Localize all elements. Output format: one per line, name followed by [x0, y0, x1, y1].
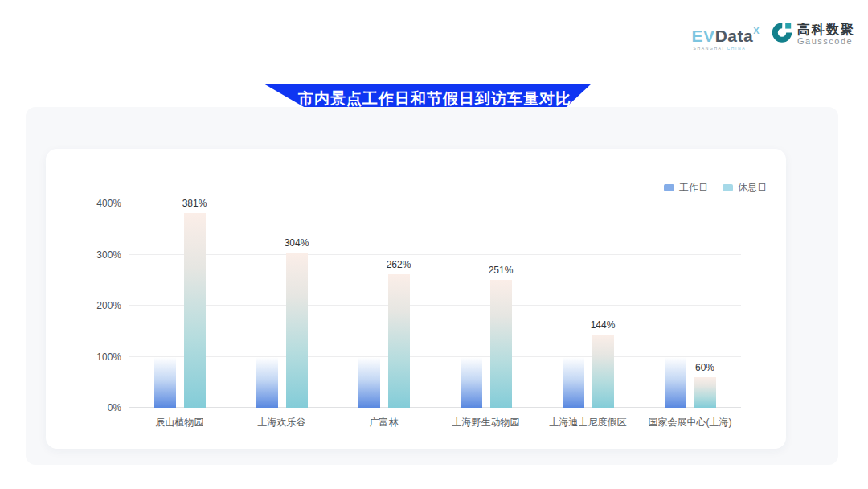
y-tick-label: 300%	[96, 249, 121, 261]
plot-area: 381%辰山植物园304%上海欢乐谷262%广富林251%上海野生动物园144%…	[129, 203, 741, 408]
gausscode-cn: 高科数聚	[797, 23, 855, 36]
gausscode-wordmark: 高科数聚 Gausscode	[797, 23, 855, 46]
category-group: 262%广富林	[333, 203, 435, 408]
bar-value-label: 251%	[489, 265, 514, 276]
gausscode-en: Gausscode	[797, 36, 855, 46]
bar-workday	[665, 357, 686, 409]
bar-value-label: 304%	[285, 237, 309, 249]
y-tick-label: 400%	[96, 198, 121, 209]
bar-restday	[694, 377, 716, 408]
gausscode-logo: 高科数聚 Gausscode	[771, 21, 855, 47]
bar-workday	[358, 357, 380, 409]
bar-value-label: 60%	[695, 362, 714, 373]
category-label: 上海欢乐谷	[231, 416, 333, 429]
bar-restday	[184, 213, 206, 408]
evdata-ev: EV	[692, 27, 715, 45]
chart-legend: 工作日休息日	[664, 181, 767, 195]
category-group: 144%上海迪士尼度假区	[537, 203, 639, 408]
y-tick-label: 100%	[96, 351, 121, 363]
header-logos: EVDataX SHANGHAI CHINA 高科数聚 Gausscode	[692, 21, 855, 51]
bar-value-label: 144%	[591, 319, 616, 331]
evdata-data: Data	[715, 27, 754, 45]
category-label: 上海迪士尼度假区	[537, 416, 639, 429]
category-label: 上海野生动物园	[435, 416, 537, 429]
content-panel: 工作日休息日 0%100%200%300%400% 381%辰山植物园304%上…	[26, 107, 838, 465]
gausscode-g-icon	[771, 21, 793, 47]
legend-label: 工作日	[679, 181, 708, 195]
bar-workday	[461, 357, 482, 409]
legend-label: 休息日	[738, 181, 767, 195]
legend-swatch	[664, 184, 674, 191]
y-tick-label: 0%	[108, 402, 121, 413]
bar-value-label: 262%	[387, 259, 411, 270]
evdata-logo: EVDataX SHANGHAI CHINA	[692, 21, 760, 51]
bar-restday	[490, 280, 512, 408]
evdata-sup-x: X	[753, 26, 760, 35]
report-page: EVDataX SHANGHAI CHINA 高科数聚 Gausscode 市内…	[0, 0, 868, 489]
evdata-subtitle: SHANGHAI CHINA	[694, 46, 746, 51]
bar-value-label: 381%	[182, 198, 207, 209]
category-label: 辰山植物园	[129, 416, 231, 429]
bar-workday	[154, 357, 176, 409]
bar-restday	[286, 253, 308, 408]
legend-item-restday[interactable]: 休息日	[723, 181, 767, 195]
bar-restday	[388, 274, 410, 408]
bar-workday	[563, 357, 584, 409]
bar-workday	[256, 357, 278, 409]
category-group: 60%国家会展中心(上海)	[639, 203, 741, 408]
category-group: 304%上海欢乐谷	[231, 203, 333, 408]
y-tick-label: 200%	[96, 300, 121, 311]
category-group: 381%辰山植物园	[129, 203, 231, 408]
category-group: 251%上海野生动物园	[435, 203, 537, 408]
evdata-wordmark: EVDataX	[692, 23, 760, 44]
category-label: 国家会展中心(上海)	[639, 416, 741, 429]
chart-card: 工作日休息日 0%100%200%300%400% 381%辰山植物园304%上…	[46, 149, 786, 449]
bar-restday	[592, 335, 614, 408]
legend-swatch	[723, 184, 733, 191]
legend-item-workday[interactable]: 工作日	[664, 181, 708, 195]
category-label: 广富林	[333, 416, 435, 429]
y-axis: 0%100%200%300%400%	[73, 203, 121, 408]
chart-title: 市内景点工作日和节假日到访车量对比	[284, 88, 571, 109]
